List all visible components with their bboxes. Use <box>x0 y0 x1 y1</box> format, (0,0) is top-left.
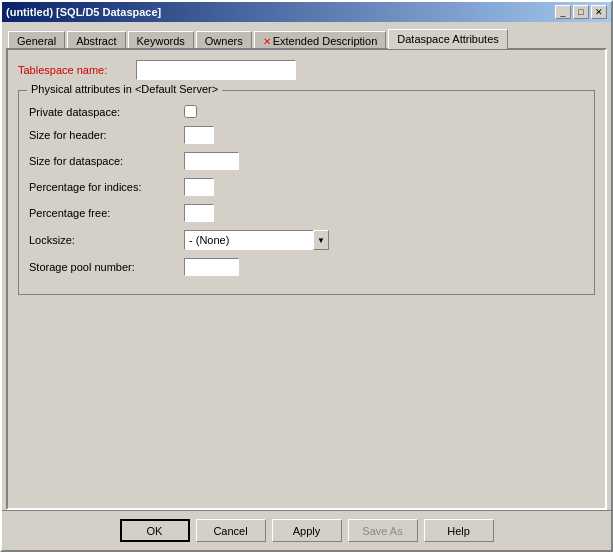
size-for-dataspace-label: Size for dataspace: <box>29 155 184 167</box>
tab-owners-label: Owners <box>205 35 243 47</box>
size-for-header-label: Size for header: <box>29 129 184 141</box>
percentage-free-label: Percentage free: <box>29 207 184 219</box>
close-button[interactable]: ✕ <box>591 5 607 19</box>
cancel-button[interactable]: Cancel <box>196 519 266 542</box>
size-for-dataspace-input[interactable] <box>184 152 239 170</box>
size-for-header-input[interactable] <box>184 126 214 144</box>
private-dataspace-checkbox[interactable] <box>184 105 197 118</box>
group-box-legend: Physical attributes in <Default Server> <box>27 83 222 95</box>
physical-attributes-group: Physical attributes in <Default Server> … <box>18 90 595 295</box>
locksize-select-wrapper: - (None) Row Page Table ▼ <box>184 230 329 250</box>
locksize-label: Locksize: <box>29 234 184 246</box>
field-row-percentage-free: Percentage free: <box>29 204 584 222</box>
tab-general-label: General <box>17 35 56 47</box>
apply-button[interactable]: Apply <box>272 519 342 542</box>
window-title: (untitled) [SQL/D5 Dataspace] <box>6 6 161 18</box>
help-button[interactable]: Help <box>424 519 494 542</box>
private-dataspace-label: Private dataspace: <box>29 106 184 118</box>
save-as-button[interactable]: Save As <box>348 519 418 542</box>
field-row-storage-pool: Storage pool number: <box>29 258 584 276</box>
field-row-size-dataspace: Size for dataspace: <box>29 152 584 170</box>
storage-pool-number-input[interactable] <box>184 258 239 276</box>
tab-dataspace-attributes-label: Dataspace Attributes <box>397 33 499 45</box>
minimize-button[interactable]: _ <box>555 5 571 19</box>
storage-pool-number-label: Storage pool number: <box>29 261 184 273</box>
tablespace-row: Tablespace name: <box>18 60 595 80</box>
window-controls: _ □ ✕ <box>555 5 607 19</box>
percentage-free-input[interactable] <box>184 204 214 222</box>
maximize-button[interactable]: □ <box>573 5 589 19</box>
tab-bar: General Abstract Keywords Owners ✕Extend… <box>2 24 611 48</box>
tablespace-label: Tablespace name: <box>18 64 128 76</box>
field-row-percentage-indices: Percentage for indices: <box>29 178 584 196</box>
tab-dataspace-attributes[interactable]: Dataspace Attributes <box>388 29 508 49</box>
tablespace-name-input[interactable] <box>136 60 296 80</box>
percentage-for-indices-label: Percentage for indices: <box>29 181 184 193</box>
field-row-locksize: Locksize: - (None) Row Page Table ▼ <box>29 230 584 250</box>
bottom-bar: OK Cancel Apply Save As Help <box>2 510 611 550</box>
tab-error-icon: ✕ <box>263 36 271 47</box>
locksize-select[interactable]: - (None) Row Page Table <box>184 230 329 250</box>
content-area: Tablespace name: Physical attributes in … <box>6 48 607 510</box>
percentage-for-indices-input[interactable] <box>184 178 214 196</box>
ok-button[interactable]: OK <box>120 519 190 542</box>
field-row-size-header: Size for header: <box>29 126 584 144</box>
tab-keywords-label: Keywords <box>137 35 185 47</box>
main-window: (untitled) [SQL/D5 Dataspace] _ □ ✕ Gene… <box>0 0 613 552</box>
tab-abstract-label: Abstract <box>76 35 116 47</box>
tab-extended-description-label: Extended Description <box>273 35 378 47</box>
field-row-private-dataspace: Private dataspace: <box>29 105 584 118</box>
title-bar: (untitled) [SQL/D5 Dataspace] _ □ ✕ <box>2 2 611 22</box>
